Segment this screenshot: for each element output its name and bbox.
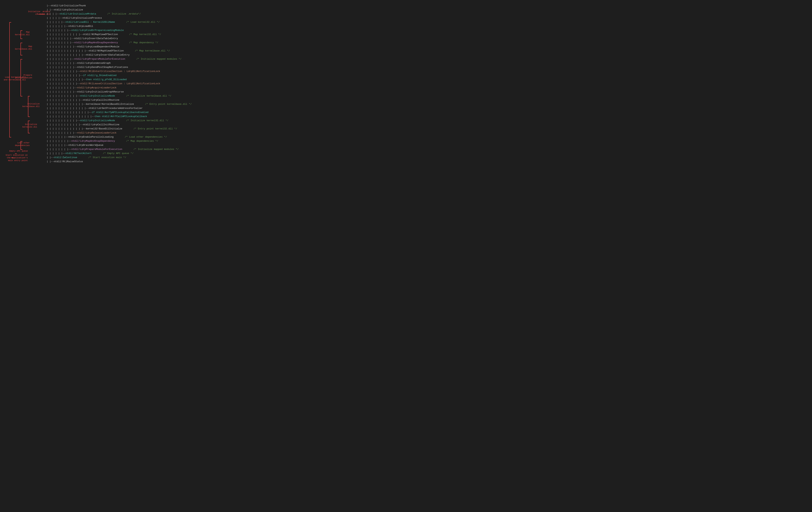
tree-indent: | |--	[47, 155, 54, 160]
code-line: | | | | | | | | | | |--ntdll!RtlEnterCri…	[47, 69, 808, 73]
tree-indent: | | | | | | | | | | | | | |--	[47, 106, 89, 110]
tree-indent: | |--	[47, 8, 54, 12]
code-line: | | | | | | | |--ntdll!LdrpFindOrPrepare…	[47, 28, 808, 32]
bracket-top-tick	[21, 43, 22, 43]
tree-indent: | | | | | | | | |--	[47, 57, 74, 61]
tree-indent: | | | | | | | | | | | | | |--	[47, 49, 89, 53]
tree-indent: | | | | | | | | | | |--	[47, 69, 80, 73]
function-name: ntdll!LdrpCallInitRoutine	[83, 123, 119, 127]
comment: /* Map kernelbase.dll */	[135, 49, 170, 53]
function-name: ntdll!LdrpPrepareModuleForExecution	[74, 57, 125, 61]
tree-indent: | | | | | | | | | | | | |--	[47, 78, 86, 82]
function-name: if ntdll!AvrfpAPILookupCallbacksEnabled	[92, 110, 148, 115]
comment: /* Initialize kernelbase.dll */	[126, 94, 171, 98]
code-line: | | | | | | | | | | | | |--ntdll!LdrpIns…	[47, 53, 808, 57]
bracket-top-tick	[28, 121, 30, 121]
tree-indent: | | | | | | |--	[47, 135, 68, 139]
code-line: | | | | | | |--ntdll!LdrpDrainWorkQueue	[47, 143, 808, 147]
comment: /* Initialize mapped modules */	[134, 147, 179, 151]
tree-indent: | | | | | |--	[47, 20, 65, 24]
tree-indent: | | | | | | | | | | |--	[47, 94, 80, 98]
tree-indent: | |--	[47, 160, 54, 164]
function-name: ntdll!RtlLeaveCriticalSection : LdrpDllN…	[80, 82, 160, 86]
tree-indent: | | | | | | | | | | | |--	[47, 123, 83, 127]
bracket-top-tick	[21, 59, 22, 59]
tree-indent: | | | | | | | | |--	[47, 36, 74, 41]
comment: /* Start execution main */	[88, 155, 126, 160]
code-line: | | | | | | |--ntdll!LdrpLoadDll	[47, 24, 808, 28]
annotation-label: Prepareinitialization	[15, 74, 32, 79]
bracket-top-tick	[9, 22, 11, 23]
code-line: | | | | | | | | | | | |--ntdll!NtMapView…	[47, 32, 808, 36]
code-line: | | | | | | | | | | | | | | | |--then nt…	[47, 115, 808, 119]
annotation-label: Load otherdependencies	[15, 142, 30, 147]
function-name: ntdll!LdrpCallInitRoutine	[83, 98, 119, 102]
code-line: | | | | | | |--ntdll!LdrpEnableParallelL…	[47, 135, 808, 139]
function-name: ntdll!LdrpInitializeNode	[80, 119, 115, 123]
code-line: | |--ntdll!ZwContinue/* Start execution …	[47, 155, 808, 160]
tree-indent: | | | | | | | | | | |--	[47, 82, 80, 86]
code-line: | | | | | |--ntdll!NtTestAltert/* Empty …	[47, 151, 808, 155]
function-name: ntdll!LdrpInitialize	[54, 8, 83, 12]
tree-indent: | | | | | | | | | | | |--	[47, 73, 83, 78]
code-line: | | | | | |--ntdll!LdrLoadDll : Kernel32…	[47, 20, 808, 24]
bracket-bottom-tick	[21, 39, 22, 39]
code-line: | | | | | | | | | | |--ntdll!RtlLeaveCri…	[47, 82, 808, 86]
annotation-label: Start execution atthe application'smain …	[6, 154, 28, 162]
annotation-label: Mapkernel32.dll	[15, 31, 30, 36]
tree-indent: | | | | | |--	[47, 151, 65, 155]
code-line: | | | | | | | | | | | |--ntdll!LdrpCallI…	[47, 123, 808, 127]
code-line: | | | | | | | | | | | |--if ntdll!g_Shim…	[47, 73, 808, 78]
annotations-column: Initialize .mrdataof ntdll.dllLoad kerne…	[4, 4, 45, 165]
code-line: | | | | | | | | |--ntdll!LdrpPrepareModu…	[47, 57, 808, 61]
function-name: ntdll!LdrpMapAndSnapDependency	[74, 41, 118, 45]
code-line: | |--ntdll!LdrpInitialize	[47, 8, 808, 12]
function-name: ntdll!LdrpSendPostSnapNotifications	[77, 65, 128, 69]
tree-indent: | | | | |--	[47, 16, 63, 20]
function-name: ntdll!LdrpCondenseGraph	[77, 61, 111, 65]
tree-indent: | | | | | | | | | | | | | | | |--	[47, 115, 94, 119]
comment: /* Map dependency */	[129, 41, 158, 45]
function-name: ntdll!LdrpAcquireLoaderLock	[77, 86, 117, 90]
tree-indent: | | | | | | | | | | | | |--	[47, 53, 86, 57]
function-name: ntdll!LdrpReleaseLoaderLock	[77, 131, 117, 135]
comment: /* Empty APC queue */	[103, 151, 134, 155]
tree-indent: | | | | | | |--	[47, 24, 68, 28]
bracket-bottom-tick	[21, 96, 22, 96]
comment: /* Map kernel32.dll */	[129, 32, 161, 36]
function-name: then ntdll!g_pfnSE_DllLoaded	[86, 78, 127, 82]
function-name: if ntdll!g_ShimsEnabled	[83, 73, 116, 78]
function-name: ntdll!LdrpInitializeGraphRecurse	[77, 90, 124, 94]
function-name: ntdll!LdrGetProcedureAddressForCaller	[89, 106, 143, 110]
tree-indent: | | | | | | | | | |--	[47, 90, 77, 94]
annotation-label: Initializekernelbase.dll	[22, 102, 39, 108]
function-name: ntdll!LdrpPrepareModuleForExecution	[71, 147, 122, 151]
code-line: | | | | | | | | |--ntdll!LdrpMapAndSnapD…	[47, 41, 808, 45]
code-line: | | | | | | | | | |--ntdll!LdrpReleaseLo…	[47, 131, 808, 135]
function-name: ntdll!LdrpDrainWorkQueue	[68, 143, 103, 147]
tree-indent: | | | | | | |--	[47, 143, 68, 147]
function-name: ntdll!RtlRaiseStatus	[54, 160, 83, 164]
tree-indent: | | | | | | | | | | | |--	[47, 98, 83, 102]
function-name: ntdll!LdrpInsertDataTableEntry	[86, 53, 129, 57]
tree-indent: | | | | | | | | | |--	[47, 131, 77, 135]
function-name: ntdll!LdrLoadDll : Kernel32DllName	[65, 20, 115, 24]
tree-indent: |--	[47, 4, 51, 8]
tree-indent: | | | | | | | | | |--	[47, 86, 77, 90]
tree-indent: | | | | | | | | | | | |--	[47, 32, 83, 36]
code-line: | | | | | | | | | | | | |--then ntdll!g_…	[47, 78, 808, 82]
code-line: | | | | | | | | | | | | | | |--if ntdll!…	[47, 110, 808, 115]
comment: /* Initialize .mrdata*/	[107, 12, 141, 16]
tree-indent: | | | | | | | | | | |--	[47, 119, 80, 123]
function-name: then ntdll!AVrfCallAPILookupCallback	[94, 115, 147, 119]
function-name: kernelbase!KernelBaseDllIntialize	[86, 102, 134, 106]
main-container: Initialize .mrdataof ntdll.dllLoad kerne…	[4, 4, 808, 165]
tree-indent: | | | | | | | | | | | | | | |--	[47, 110, 92, 115]
tree-indent: | | | | | | | |--	[47, 139, 71, 143]
code-line: | |--ntdll!RtlRaiseStatus	[47, 160, 808, 164]
bracket-bottom-tick	[28, 117, 30, 117]
code-line: | | | | | | | |--ntdll!LdrpMapAndSnapDep…	[47, 139, 808, 143]
tree-indent: | | | | | | | |--	[47, 147, 71, 151]
function-name: ntdll!ZwContinue	[54, 155, 77, 160]
function-name: ntdll!LdrInitializeThunk	[51, 4, 86, 8]
